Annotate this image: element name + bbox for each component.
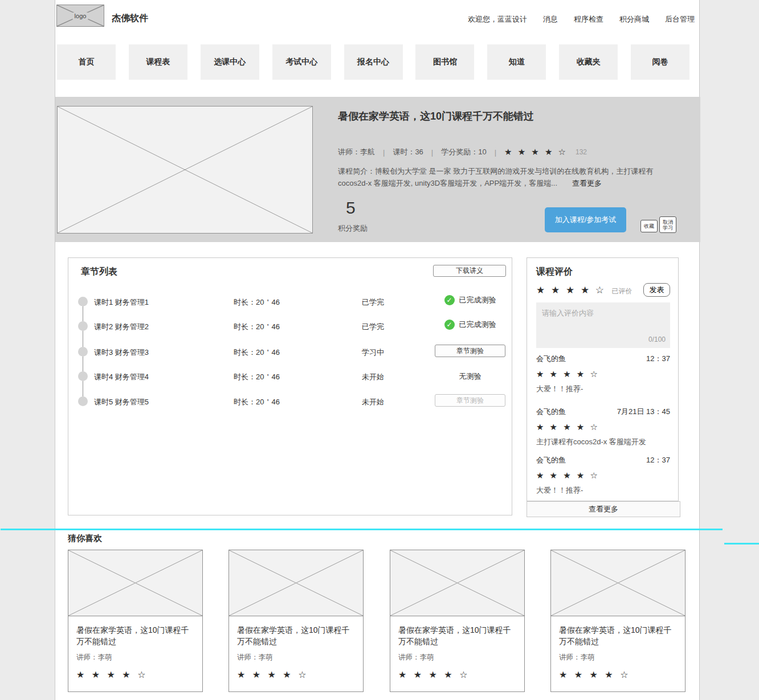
review-user: 会飞的鱼 (536, 455, 566, 465)
review-comment: 主打课程有cocos2d-x 客服端开发 (536, 437, 670, 447)
my-rating-row: ★ ★ ★ ★ ☆ 已评价 发表 (536, 284, 670, 296)
publish-review-button[interactable]: 发表 (643, 283, 670, 297)
recommend-card-4[interactable]: 暑假在家学英语，这10门课程千万不能错过 讲师：李萌 ★ ★ ★ ★ ☆ (550, 550, 685, 692)
timeline-dot (78, 347, 88, 357)
rated-label: 已评价 (612, 287, 632, 295)
review-panel-title: 课程评价 (536, 266, 573, 278)
chapter-row-1: 课时1 财务管理1 时长：20＇46 已学完 ✓已完成测验 (68, 292, 512, 312)
nav-home[interactable]: 首页 (57, 44, 116, 80)
favorite-button[interactable]: 收藏 (640, 220, 658, 232)
test-done-label: 已完成测验 (459, 296, 496, 304)
nav-know[interactable]: 知道 (487, 44, 546, 80)
recommend-card-2[interactable]: 暑假在家学英语，这10门课程千万不能错过 讲师：李萌 ★ ★ ★ ★ ☆ (228, 550, 364, 692)
nav-course-select[interactable]: 选课中心 (201, 44, 259, 80)
review-time: 7月21日 13：45 (617, 407, 670, 417)
join-course-button[interactable]: 加入课程/参加考试 (545, 207, 626, 232)
check-circle-icon: ✓ (444, 295, 455, 305)
lesson-duration: 时长：20＇46 (234, 322, 280, 332)
page-canvas: logo 杰佛软件 欢迎您，蓝蓝设计 消息 程序检查 积分商城 后台管理 首页 … (55, 0, 700, 700)
course-intro: 课程简介：博毅创为大学堂 是一家 致力于互联网的游戏开发与培训的在线教育机构，主… (338, 165, 680, 189)
review-stars: ★ ★ ★ ★ ☆ (536, 369, 670, 379)
timeline-dot (78, 396, 88, 406)
hours-label: 课时：36 (393, 147, 423, 157)
guide-line (724, 543, 759, 545)
card-teacher: 讲师：李萌 (398, 653, 516, 662)
menu-item-program-check[interactable]: 程序检查 (574, 14, 603, 24)
intro-more-link[interactable]: 查看更多 (572, 179, 602, 187)
lesson-status: 已学完 (362, 322, 384, 332)
timeline-dot (78, 321, 88, 331)
review-user: 会飞的鱼 (536, 407, 566, 417)
review-comment: 大爱！！推荐- (536, 485, 670, 496)
card-rating-stars: ★ ★ ★ ★ ☆ (237, 669, 355, 680)
no-test-label: 无测验 (459, 372, 481, 380)
logo-label: logo (73, 13, 88, 19)
check-circle-icon: ✓ (444, 320, 455, 330)
lesson-status: 学习中 (362, 347, 384, 358)
lesson-duration: 时长：20＇46 (234, 297, 280, 308)
card-title: 暑假在家学英语，这10门课程千万不能错过 (237, 624, 355, 647)
chapter-row-4: 课时4 财务管理4 时长：20＇46 未开始 无测验 (68, 367, 512, 386)
nav-library[interactable]: 图书馆 (415, 44, 474, 80)
review-user: 会飞的鱼 (536, 354, 566, 364)
review-comment: 大爱！！推荐- (536, 384, 670, 394)
timeline-dot (78, 371, 88, 381)
lesson-duration: 时长：20＇46 (234, 347, 280, 358)
card-rating-stars: ★ ★ ★ ★ ☆ (559, 669, 677, 680)
card-image-placeholder (550, 550, 685, 616)
lesson-title: 课时3 财务管理3 (94, 347, 149, 358)
chapter-row-5: 课时5 财务管理5 时长：20＇46 未开始 章节测验 (68, 392, 512, 411)
test-done-label: 已完成测验 (459, 320, 496, 329)
chapter-row-3: 课时3 财务管理3 时长：20＇46 学习中 章节测验 (68, 342, 512, 362)
lesson-duration: 时长：20＇46 (234, 397, 280, 407)
review-stars: ★ ★ ★ ★ ☆ (536, 470, 670, 481)
card-image-placeholder (228, 550, 364, 616)
menu-item-points-mall[interactable]: 积分商城 (619, 14, 649, 24)
card-title: 暑假在家学英语，这10门课程千万不能错过 (398, 624, 516, 647)
cancel-learning-button[interactable]: 取消学习 (659, 216, 676, 233)
card-title: 暑假在家学英语，这10门课程千万不能错过 (76, 624, 194, 647)
course-hero: 暑假在家学英语，这10门课程千万不能错过 讲师：李航 | 课时：36 | 学分奖… (55, 97, 700, 242)
course-rating-stars: ★ ★ ★ ★ ☆ (504, 147, 568, 157)
chapter-row-2: 课时2 财务管理2 时长：20＇46 已学完 ✓已完成测验 (68, 317, 512, 336)
card-teacher: 讲师：李萌 (237, 653, 355, 662)
points-value: 5 (346, 198, 356, 218)
menu-item-messages[interactable]: 消息 (543, 14, 558, 24)
view-more-reviews-button[interactable]: 查看更多 (527, 501, 680, 517)
course-review-panel: 课程评价 ★ ★ ★ ★ ☆ 已评价 发表 0/100 会飞的鱼12：37 ★ … (527, 257, 679, 501)
lesson-status: 已学完 (362, 297, 384, 308)
char-counter: 0/100 (536, 335, 666, 343)
nav-course-table[interactable]: 课程表 (129, 44, 187, 80)
rating-count: 132 (576, 148, 587, 156)
chapter-test-button[interactable]: 章节测验 (435, 345, 505, 357)
top-menu: 欢迎您，蓝蓝设计 消息 程序检查 积分商城 后台管理 (468, 14, 695, 24)
card-image-placeholder (68, 550, 203, 616)
card-teacher: 讲师：李萌 (559, 653, 677, 662)
course-title: 暑假在家学英语，这10门课程千万不能错过 (338, 109, 534, 123)
recommend-card-1[interactable]: 暑假在家学英语，这10门课程千万不能错过 讲师：李萌 ★ ★ ★ ★ ☆ (68, 550, 203, 692)
menu-item-admin[interactable]: 后台管理 (665, 14, 695, 24)
chapter-test-button-disabled[interactable]: 章节测验 (435, 394, 505, 407)
lesson-title: 课时5 财务管理5 (94, 397, 149, 407)
nav-signup-center[interactable]: 报名中心 (344, 44, 403, 80)
review-stars: ★ ★ ★ ★ ☆ (536, 422, 670, 432)
nav-grading[interactable]: 阅卷 (631, 44, 689, 80)
course-image-placeholder (57, 106, 313, 234)
card-rating-stars: ★ ★ ★ ★ ☆ (398, 669, 516, 680)
nav-exam-center[interactable]: 考试中心 (272, 44, 331, 80)
review-time: 12：37 (646, 354, 670, 364)
chapter-list-panel: 章节列表 下载讲义 课时1 财务管理1 时长：20＇46 已学完 ✓已完成测验 … (68, 257, 512, 515)
guide-line (1, 529, 723, 530)
page: logo 杰佛软件 欢迎您，蓝蓝设计 消息 程序检查 积分商城 后台管理 首页 … (0, 0, 759, 700)
lesson-status: 未开始 (362, 397, 384, 407)
recommend-card-3[interactable]: 暑假在家学英语，这10门课程千万不能错过 讲师：李萌 ★ ★ ★ ★ ☆ (390, 550, 525, 692)
review-time: 12：37 (646, 455, 670, 465)
my-rating-stars[interactable]: ★ ★ ★ ★ ☆ (536, 285, 606, 296)
nav-favorites[interactable]: 收藏夹 (559, 44, 618, 80)
lesson-duration: 时长：20＇46 (234, 372, 280, 382)
review-item-3: 会飞的鱼12：37 ★ ★ ★ ★ ☆ 大爱！！推荐- (536, 455, 670, 496)
download-handout-button[interactable]: 下载讲义 (433, 265, 506, 277)
lesson-title: 课时1 财务管理1 (94, 297, 149, 308)
teacher-label: 讲师：李航 (338, 147, 375, 157)
lesson-title: 课时4 财务管理4 (94, 372, 149, 382)
